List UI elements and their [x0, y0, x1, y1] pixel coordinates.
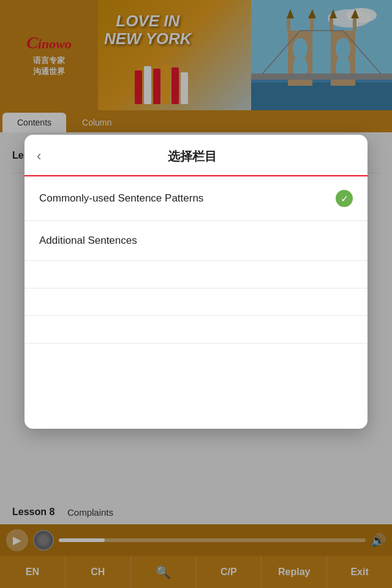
- modal-item-4[interactable]: [24, 316, 368, 344]
- modal-body: Commonly-used Sentence Patterns ✓ Additi…: [24, 176, 368, 371]
- modal-item-1[interactable]: Additional Sentences: [24, 221, 368, 261]
- modal-item-0[interactable]: Commonly-used Sentence Patterns ✓: [24, 176, 368, 221]
- modal-item-3[interactable]: [24, 288, 368, 316]
- modal-item-5[interactable]: [24, 344, 368, 371]
- overlay: ‹ 选择栏目 Commonly-used Sentence Patterns ✓…: [0, 0, 392, 588]
- modal-title: 选择栏目: [47, 148, 337, 165]
- modal-item-0-label: Commonly-used Sentence Patterns: [39, 192, 336, 205]
- modal-item-0-check: ✓: [336, 190, 353, 207]
- modal-item-2[interactable]: [24, 261, 368, 288]
- modal: ‹ 选择栏目 Commonly-used Sentence Patterns ✓…: [24, 135, 368, 429]
- modal-item-1-label: Additional Sentences: [39, 235, 353, 247]
- modal-header: ‹ 选择栏目: [24, 135, 368, 176]
- modal-back-button[interactable]: ‹: [37, 146, 47, 167]
